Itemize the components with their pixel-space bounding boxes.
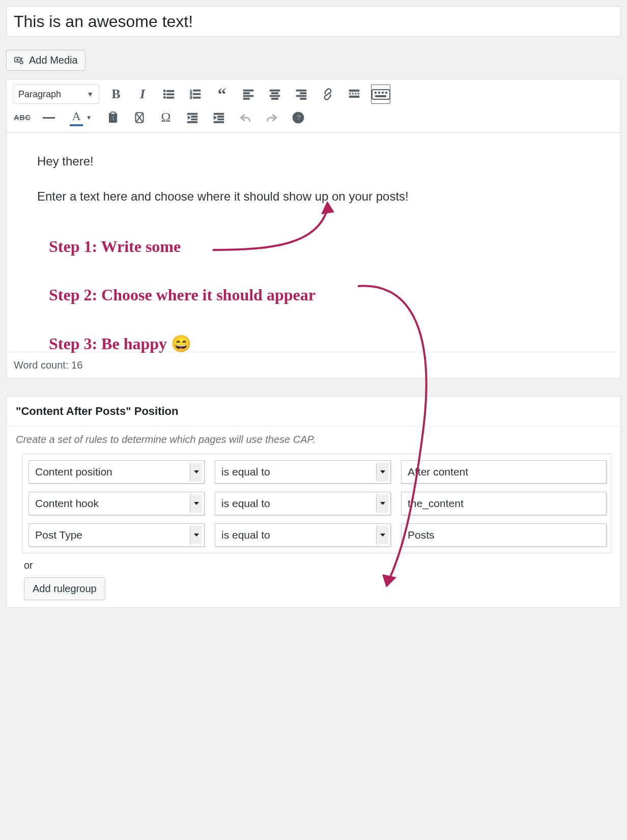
paste-text-button[interactable]: T: [103, 108, 123, 127]
svg-text:3: 3: [190, 95, 192, 100]
bold-icon: B: [111, 87, 120, 102]
special-char-icon: Ω: [161, 110, 170, 125]
chevron-down-icon: ▼: [86, 114, 92, 121]
help-button[interactable]: ?: [289, 108, 308, 127]
add-rulegroup-label: Add rulegroup: [33, 583, 97, 595]
chevron-down-icon: [190, 526, 202, 544]
rule-op-select[interactable]: is equal to: [215, 523, 391, 547]
editor-content[interactable]: Hey there! Enter a text here and choose …: [7, 133, 620, 352]
editor-toolbar: Paragraph ▼ B I: [7, 79, 620, 133]
unordered-list-button[interactable]: [159, 85, 179, 104]
rule-op-select[interactable]: is equal to: [215, 460, 391, 484]
rule-param-label: Content hook: [35, 497, 99, 510]
link-icon: [321, 88, 334, 101]
post-title-input[interactable]: [6, 6, 621, 37]
align-center-button[interactable]: [265, 85, 284, 104]
strikethrough-icon: ABC: [14, 114, 31, 122]
svg-rect-27: [349, 93, 359, 94]
rule-value-select[interactable]: the_content: [401, 492, 607, 515]
chevron-down-icon: ▼: [87, 90, 94, 98]
redo-button[interactable]: [262, 108, 281, 127]
cap-heading: "Content After Posts" Position: [7, 397, 620, 427]
block-format-select[interactable]: Paragraph ▼: [13, 85, 99, 104]
undo-icon: [239, 111, 252, 124]
svg-text:?: ?: [296, 114, 301, 122]
toolbar-toggle-icon: [372, 89, 390, 100]
insert-more-button[interactable]: [345, 85, 364, 104]
hr-button[interactable]: [39, 108, 59, 127]
svg-rect-16: [243, 96, 253, 97]
svg-rect-17: [243, 98, 249, 100]
align-right-button[interactable]: [292, 85, 311, 104]
ordered-list-icon: 1 2 3: [189, 88, 202, 101]
blockquote-icon: “: [218, 92, 226, 97]
indent-button[interactable]: [209, 108, 229, 127]
svg-rect-14: [243, 90, 253, 92]
svg-text:T: T: [111, 116, 115, 122]
special-char-button[interactable]: Ω: [156, 108, 176, 127]
rule-param-select[interactable]: Content position: [28, 460, 205, 484]
blockquote-button[interactable]: “: [212, 85, 232, 104]
toolbar-toggle-button[interactable]: [371, 85, 390, 104]
annotation-step: Step 2: Choose where it should appear: [49, 286, 316, 304]
word-count-label: Word count: 16: [14, 359, 82, 371]
svg-rect-34: [191, 116, 197, 118]
rule-value-select[interactable]: Posts: [401, 523, 607, 547]
svg-rect-13: [193, 97, 201, 99]
rulegroup-or-label: or: [7, 553, 620, 574]
rule-op-select[interactable]: is equal to: [215, 492, 391, 515]
italic-icon: I: [140, 87, 145, 102]
bold-button[interactable]: B: [106, 85, 126, 104]
svg-rect-36: [187, 122, 197, 123]
annotation-step: Step 1: Write some: [49, 237, 316, 256]
rule-row: Content position is equal to After conte…: [26, 456, 607, 488]
editor: Paragraph ▼ B I: [6, 79, 621, 379]
camera-music-icon: [14, 55, 25, 66]
rule-value-label: After content: [408, 466, 606, 478]
ordered-list-button[interactable]: 1 2 3: [186, 85, 205, 104]
textcolor-button[interactable]: A ▼: [66, 108, 96, 127]
align-right-icon: [295, 88, 308, 101]
svg-rect-40: [214, 122, 224, 123]
hr-icon: [43, 117, 55, 119]
svg-rect-15: [243, 93, 249, 94]
strikethrough-button[interactable]: ABC: [13, 108, 32, 127]
italic-button[interactable]: I: [133, 85, 152, 104]
add-media-label: Add Media: [29, 54, 78, 66]
rule-param-select[interactable]: Content hook: [28, 492, 205, 515]
editor-paragraph: Enter a text here and choose where it sh…: [37, 188, 590, 205]
svg-rect-7: [167, 97, 174, 99]
svg-rect-20: [270, 96, 280, 97]
insert-more-icon: [348, 88, 361, 101]
svg-rect-22: [296, 90, 306, 92]
svg-rect-3: [167, 91, 174, 92]
svg-point-6: [163, 97, 165, 99]
svg-point-1: [16, 59, 19, 61]
add-media-button[interactable]: Add Media: [6, 50, 86, 71]
svg-rect-19: [272, 93, 278, 94]
block-format-label: Paragraph: [18, 89, 61, 100]
rule-param-select[interactable]: Post Type: [28, 523, 205, 547]
outdent-button[interactable]: [183, 108, 202, 127]
svg-point-2: [163, 90, 165, 92]
svg-rect-26: [349, 90, 359, 92]
indent-icon: [212, 111, 225, 124]
link-button[interactable]: [318, 85, 337, 104]
svg-rect-39: [218, 119, 224, 121]
undo-button[interactable]: [236, 108, 255, 127]
cap-metabox: "Content After Posts" Position Create a …: [6, 396, 621, 608]
redo-icon: [265, 111, 278, 124]
add-rulegroup-button[interactable]: Add rulegroup: [24, 577, 105, 600]
outdent-icon: [186, 111, 199, 124]
rule-row: Content hook is equal to the_content: [26, 488, 607, 519]
editor-paragraph: Hey there!: [37, 153, 590, 170]
rule-value-select[interactable]: After content: [401, 460, 607, 484]
svg-rect-9: [193, 90, 201, 92]
rule-op-label: is equal to: [221, 529, 270, 541]
annotation-arrow-icon: [210, 199, 343, 260]
rule-op-label: is equal to: [221, 466, 270, 478]
align-left-button[interactable]: [239, 85, 258, 104]
clear-formatting-button[interactable]: [130, 108, 149, 127]
svg-rect-24: [296, 96, 306, 97]
textcolor-icon: A: [70, 109, 82, 126]
